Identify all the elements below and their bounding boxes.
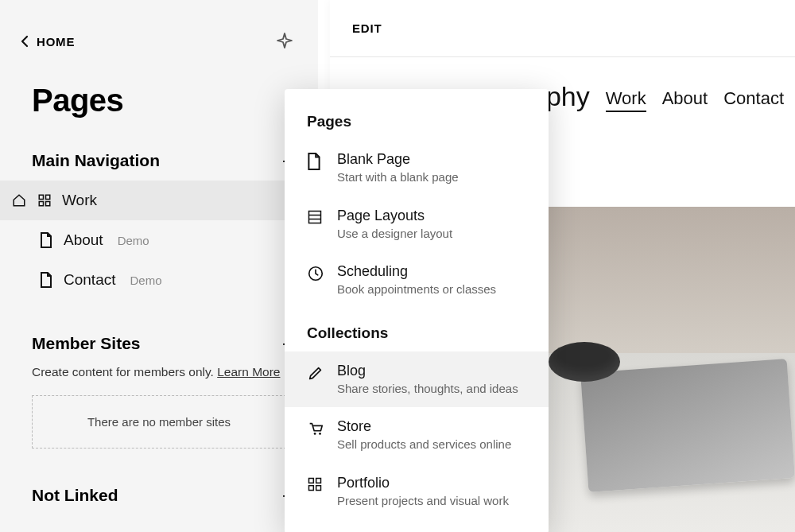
chevron-left-icon <box>21 35 29 48</box>
popover-item-page-layouts[interactable]: Page Layouts Use a designer layout <box>285 196 549 253</box>
svg-rect-4 <box>309 211 321 223</box>
nav-item-label: About <box>64 231 103 249</box>
cart-icon <box>307 418 324 437</box>
popover-item-blog[interactable]: Blog Share stories, thoughts, and ideas <box>285 351 549 408</box>
page-icon <box>307 151 324 170</box>
popover-item-title: Store <box>337 418 511 435</box>
site-nav-contact[interactable]: Contact <box>723 88 784 112</box>
clock-icon <box>307 263 324 282</box>
popover-heading-pages: Pages <box>285 113 549 130</box>
svg-rect-3 <box>46 202 50 206</box>
popover-item-title: Page Layouts <box>337 208 452 224</box>
popover-item-title: Blank Page <box>337 151 459 168</box>
page-title: Pages <box>0 51 318 118</box>
svg-rect-12 <box>309 485 314 490</box>
not-linked-heading: Not Linked <box>32 486 118 505</box>
demo-tag: Demo <box>118 234 149 247</box>
svg-rect-0 <box>39 195 43 199</box>
popover-item-desc: Use a designer layout <box>337 226 452 242</box>
popover-item-portfolio[interactable]: Portfolio Present projects and visual wo… <box>285 464 549 520</box>
section-member-sites: Member Sites + Create content for member… <box>0 333 318 449</box>
popover-item-scheduling[interactable]: Scheduling Book appointments or classes <box>285 252 549 309</box>
home-marker-icon <box>11 193 27 208</box>
home-label: HOME <box>37 35 75 49</box>
popover-item-title: Blog <box>337 363 518 379</box>
member-sites-description: Create content for members only. Learn M… <box>0 365 318 379</box>
edit-button[interactable]: EDIT <box>352 21 382 35</box>
svg-rect-13 <box>316 485 321 490</box>
demo-tag: Demo <box>130 274 161 287</box>
popover-item-desc: Sell products and services online <box>337 437 511 452</box>
svg-point-9 <box>319 433 321 435</box>
popover-item-store[interactable]: Store Sell products and services online <box>285 407 549 464</box>
member-sites-heading: Member Sites <box>32 334 141 353</box>
learn-more-link[interactable]: Learn More <box>217 365 280 379</box>
member-sites-empty: There are no member sites <box>32 395 286 449</box>
popover-item-desc: Present projects and visual work <box>337 493 509 509</box>
svg-point-8 <box>314 433 316 435</box>
site-nav-about[interactable]: About <box>662 88 708 112</box>
nav-item-about[interactable]: About Demo <box>0 220 318 260</box>
popover-item-title: Scheduling <box>337 263 496 280</box>
section-not-linked: Not Linked + <box>0 485 318 506</box>
svg-rect-2 <box>39 202 43 206</box>
site-nav-work[interactable]: Work <box>606 88 646 112</box>
svg-rect-11 <box>316 478 321 483</box>
popover-heading-collections: Collections <box>285 320 549 342</box>
main-nav-heading: Main Navigation <box>32 151 160 170</box>
sparkle-icon[interactable] <box>275 32 294 51</box>
page-icon <box>38 232 54 248</box>
popover-item-desc: Start with a blank page <box>337 169 459 185</box>
nav-item-label: Contact <box>64 271 115 289</box>
popover-item-desc: Book appointments or classes <box>337 282 496 297</box>
popover-item-blank-page[interactable]: Blank Page Start with a blank page <box>285 140 549 196</box>
grid-icon <box>37 193 52 208</box>
nav-item-label: Work <box>62 192 97 209</box>
add-page-popover: Pages Blank Page Start with a blank page… <box>285 89 549 532</box>
layouts-icon <box>307 208 324 225</box>
svg-rect-10 <box>309 478 314 483</box>
nav-item-work[interactable]: Work <box>0 181 318 220</box>
section-main-navigation: Main Navigation + Work About Demo <box>0 150 318 300</box>
pages-sidebar: HOME Pages Main Navigation + Work <box>0 0 318 532</box>
grid-icon <box>307 475 324 492</box>
popover-item-desc: Share stories, thoughts, and ideas <box>337 381 518 397</box>
nav-item-contact[interactable]: Contact Demo <box>0 260 318 300</box>
preview-topbar: EDIT <box>330 0 795 57</box>
home-link[interactable]: HOME <box>21 35 75 49</box>
svg-rect-1 <box>46 195 50 199</box>
popover-item-title: Portfolio <box>337 475 509 491</box>
site-nav: Work About Contact <box>606 88 784 112</box>
pen-icon <box>307 363 324 382</box>
page-icon <box>38 272 54 288</box>
